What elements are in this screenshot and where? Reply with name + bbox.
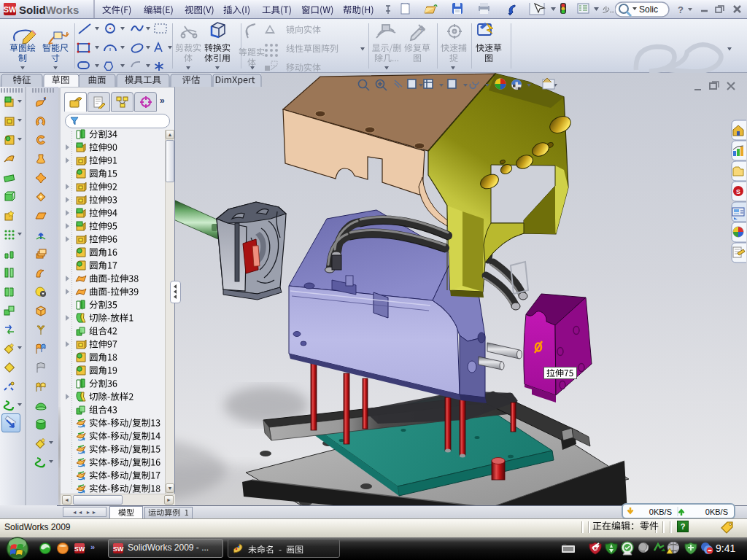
svg-text:S: S bbox=[736, 188, 740, 195]
svg-text:Solic: Solic bbox=[639, 4, 658, 15]
svg-text:SW: SW bbox=[74, 545, 85, 553]
svg-text:0KB/S: 0KB/S bbox=[705, 508, 728, 516]
svg-text:»: » bbox=[90, 542, 95, 551]
svg-text:SW: SW bbox=[113, 545, 124, 553]
svg-text:!: ! bbox=[672, 550, 673, 554]
svg-text:SolidWorks: SolidWorks bbox=[19, 4, 79, 16]
svg-text:?: ? bbox=[678, 4, 684, 15]
svg-text:+: + bbox=[419, 25, 423, 34]
svg-text:....: .... bbox=[563, 542, 566, 545]
svg-text:SW: SW bbox=[4, 5, 17, 14]
svg-text:0KB/S: 0KB/S bbox=[649, 508, 672, 516]
